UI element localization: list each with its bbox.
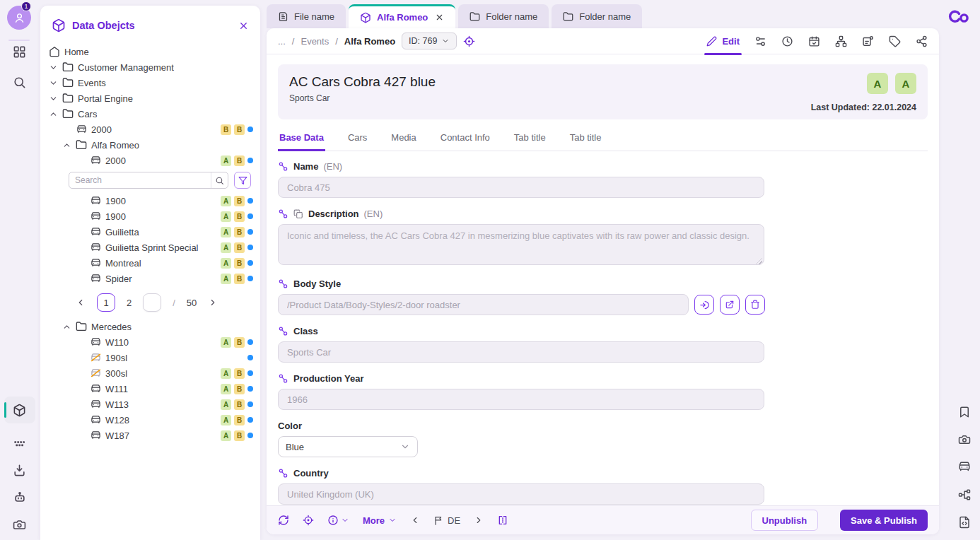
tree-item-1900[interactable]: 1900 AB: [40, 209, 260, 224]
copy-icon[interactable]: [293, 209, 303, 219]
camera-icon[interactable]: [13, 518, 26, 532]
more-menu[interactable]: More: [363, 515, 397, 526]
language-badge[interactable]: A: [867, 73, 888, 94]
tree-item-2000[interactable]: 2000 A B: [40, 153, 260, 168]
tab-contact-info[interactable]: Contact Info: [439, 128, 491, 151]
class-input[interactable]: [278, 341, 764, 363]
edit-mode-button[interactable]: Edit: [706, 28, 740, 54]
current-page[interactable]: 1: [97, 293, 115, 312]
history-clock-icon[interactable]: [781, 35, 793, 47]
tab-folder-name-2[interactable]: Folder name: [552, 4, 642, 28]
country-input[interactable]: [278, 483, 764, 505]
inheritance-icon[interactable]: [278, 468, 288, 479]
inheritance-icon[interactable]: [278, 161, 288, 172]
tree-item-home[interactable]: Home: [40, 44, 260, 59]
tag-icon[interactable]: [889, 35, 901, 47]
save-publish-button[interactable]: Save & Publish: [840, 510, 928, 531]
body-style-input[interactable]: [278, 294, 689, 315]
close-icon[interactable]: [238, 20, 249, 31]
language-badge[interactable]: A: [895, 73, 916, 94]
breadcrumb-item-events[interactable]: Events: [301, 36, 329, 47]
tree-item-customer-management[interactable]: Customer Management: [40, 59, 260, 75]
info-dropdown[interactable]: [327, 515, 349, 526]
tree-item-alfa-romeo[interactable]: Alfa Romeo: [40, 137, 260, 153]
language-switcher[interactable]: DE: [433, 515, 460, 526]
tree-item-montreal[interactable]: Montreal AB: [40, 255, 260, 271]
dashboard-grid-icon[interactable]: [13, 45, 26, 59]
tab-alfa-romeo[interactable]: Alfa Romeo: [349, 4, 455, 28]
file-code-icon[interactable]: [958, 516, 971, 529]
tree-item-w110[interactable]: W110 AB: [40, 334, 260, 350]
refresh-icon[interactable]: [278, 515, 289, 526]
search-icon[interactable]: [13, 76, 26, 89]
tree-item-guilietta-sprint-special[interactable]: Guilietta Sprint Special AB: [40, 240, 260, 255]
tab-base-data[interactable]: Base Data: [278, 128, 325, 151]
tab-title-2[interactable]: Tab title: [568, 128, 603, 151]
description-textarea[interactable]: Iconic and timeless, the AC Cars Cobra 4…: [278, 224, 764, 265]
close-icon[interactable]: [435, 13, 444, 22]
bookmark-icon[interactable]: [958, 406, 971, 418]
tree-item-190sl[interactable]: 190sl: [40, 350, 260, 365]
share-icon[interactable]: [916, 35, 928, 47]
name-input[interactable]: [278, 177, 764, 198]
tree-item-spider[interactable]: Spider AB: [40, 271, 260, 286]
next-language-icon[interactable]: [474, 515, 484, 525]
search-icon[interactable]: [211, 172, 228, 189]
open-object-button[interactable]: [720, 295, 740, 315]
color-select[interactable]: Blue: [278, 436, 418, 457]
tree-item-guilietta[interactable]: Guilietta AB: [40, 224, 260, 240]
chevron-down-icon[interactable]: [49, 94, 58, 103]
prev-language-icon[interactable]: [410, 515, 420, 525]
prev-page-icon[interactable]: [76, 298, 86, 307]
page-2[interactable]: 2: [127, 298, 132, 308]
tab-media[interactable]: Media: [390, 128, 417, 151]
notes-icon[interactable]: [862, 35, 874, 47]
tree-item-1900[interactable]: 1900 AB: [40, 193, 260, 209]
tab-title-1[interactable]: Tab title: [513, 128, 547, 151]
tab-folder-name-1[interactable]: Folder name: [458, 4, 549, 28]
schedule-calendar-icon[interactable]: [808, 35, 820, 47]
tree-item-cars[interactable]: Cars: [40, 106, 260, 122]
tree-item-w128[interactable]: W128 AB: [40, 412, 260, 428]
tree-item-300sl[interactable]: 300sl AB: [40, 365, 260, 381]
production-year-input[interactable]: [278, 389, 764, 410]
inheritance-icon[interactable]: [278, 278, 288, 289]
id-select[interactable]: ID: 769: [402, 33, 457, 49]
tree-item-w187[interactable]: W187 AB: [40, 428, 260, 443]
tree-item-events[interactable]: Events: [40, 75, 260, 90]
tab-cars[interactable]: Cars: [346, 128, 368, 151]
locate-object-button[interactable]: [694, 295, 714, 315]
tree-item-portal-engine[interactable]: Portal Engine: [40, 90, 260, 106]
chevron-up-icon[interactable]: [62, 141, 71, 150]
workflow-icon[interactable]: [958, 488, 971, 501]
inheritance-icon[interactable]: [278, 326, 288, 336]
chevron-down-icon[interactable]: [49, 78, 58, 88]
car-icon[interactable]: [958, 461, 971, 474]
locate-in-tree-icon[interactable]: [463, 35, 475, 47]
inheritance-icon[interactable]: [278, 209, 288, 219]
search-input[interactable]: [69, 175, 211, 185]
tree-item-2000[interactable]: 2000 B B: [40, 122, 260, 137]
rail-item-data-objects[interactable]: [4, 397, 35, 423]
locate-in-tree-icon[interactable]: [303, 515, 314, 526]
fragments-icon[interactable]: [13, 437, 26, 450]
robot-icon[interactable]: [13, 491, 27, 505]
dependencies-sitemap-icon[interactable]: [835, 35, 847, 47]
tree-item-w111[interactable]: W111 AB: [40, 381, 260, 397]
page-jump-input[interactable]: [143, 293, 161, 312]
inheritance-icon[interactable]: [278, 373, 288, 384]
chevron-up-icon[interactable]: [49, 110, 58, 119]
compare-layout-icon[interactable]: [497, 515, 508, 526]
next-page-icon[interactable]: [208, 298, 218, 307]
tab-file-name[interactable]: File name: [267, 4, 346, 28]
camera-icon[interactable]: [958, 433, 971, 446]
delete-button[interactable]: [745, 295, 765, 315]
chevron-up-icon[interactable]: [62, 322, 71, 331]
filter-button[interactable]: [234, 172, 251, 189]
unpublish-button[interactable]: Unpublish: [751, 510, 819, 531]
breadcrumb-ellipsis[interactable]: ...: [278, 36, 286, 47]
tree-item-mercedes[interactable]: Mercedes: [40, 319, 260, 334]
import-icon[interactable]: [13, 464, 26, 477]
chevron-down-icon[interactable]: [49, 63, 58, 72]
tree-item-w113[interactable]: W113 AB: [40, 397, 260, 412]
